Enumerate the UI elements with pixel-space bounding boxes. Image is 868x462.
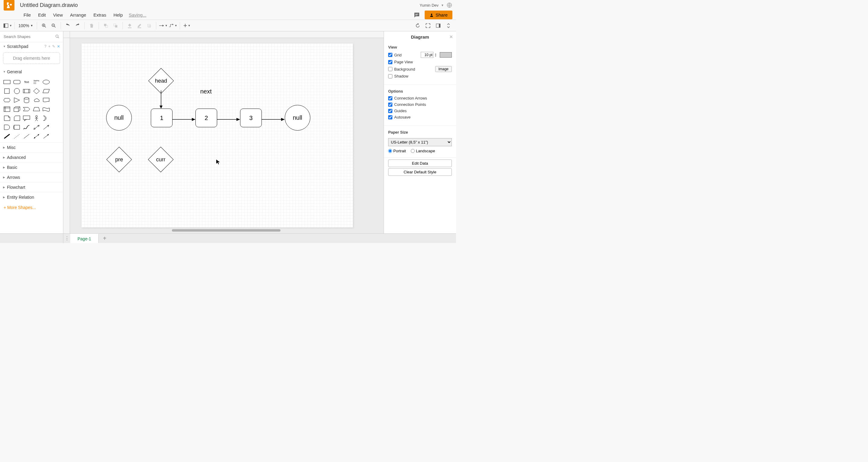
shape-text[interactable]: Text	[22, 78, 31, 86]
page-menu-button[interactable]: ⋮	[63, 234, 70, 243]
shadow-button[interactable]	[145, 21, 154, 30]
shape-blank5[interactable]	[52, 114, 61, 122]
shape-hexagon[interactable]	[2, 96, 11, 104]
node-1[interactable]: 1	[151, 109, 173, 127]
shape-diamond[interactable]	[32, 87, 41, 95]
add-page-button[interactable]: +	[99, 234, 111, 243]
insert-button[interactable]: +▼	[183, 21, 191, 30]
user-menu-caret-icon[interactable]: ▼	[441, 4, 444, 7]
shape-step[interactable]	[22, 105, 31, 113]
section-flowchart[interactable]: ▶Flowchart	[0, 182, 63, 192]
shape-diredge[interactable]	[42, 132, 51, 141]
shape-blank[interactable]	[52, 78, 61, 86]
shape-textbox[interactable]: Heading━━━━━━	[32, 78, 41, 86]
shape-link[interactable]	[2, 132, 11, 141]
node-curr[interactable]: curr	[152, 151, 170, 168]
line-color-button[interactable]	[135, 21, 144, 30]
menu-edit[interactable]: Edit	[34, 11, 50, 19]
guides-checkbox[interactable]	[388, 109, 392, 113]
shape-curve[interactable]	[22, 123, 31, 131]
shape-square[interactable]	[2, 87, 11, 95]
background-checkbox[interactable]	[388, 67, 392, 71]
node-pre[interactable]: pre	[110, 151, 128, 168]
redo-button[interactable]	[73, 21, 82, 30]
menu-file[interactable]: File	[20, 11, 34, 19]
zoom-out-button[interactable]	[49, 21, 58, 30]
share-button[interactable]: Share	[425, 10, 453, 19]
grid-size-input[interactable]	[421, 52, 433, 58]
arrow-3-to-null[interactable]	[262, 117, 285, 122]
shape-internal-storage[interactable]	[2, 105, 11, 113]
shape-circle[interactable]	[12, 87, 22, 95]
section-advanced[interactable]: ▶Advanced	[0, 152, 63, 162]
arrow-head-to-1[interactable]	[161, 90, 161, 109]
hscrollbar[interactable]	[88, 229, 378, 232]
search-input[interactable]	[2, 33, 61, 40]
shape-blank4[interactable]	[52, 105, 61, 113]
shape-blank3[interactable]	[52, 96, 61, 104]
node-2[interactable]: 2	[195, 109, 217, 127]
sidebar-toggle-button[interactable]: ▼	[3, 21, 12, 30]
format-panel-toggle-icon[interactable]	[434, 21, 443, 30]
menu-help[interactable]: Help	[110, 11, 126, 19]
collapse-icon[interactable]	[444, 21, 453, 30]
scratchpad-header[interactable]: ▼ Scratchpad ? + ✎ ✕	[0, 42, 63, 51]
conn-arrows-checkbox[interactable]	[388, 96, 392, 100]
portrait-radio[interactable]	[388, 149, 392, 153]
shape-tape[interactable]	[42, 105, 51, 113]
delete-button[interactable]	[87, 21, 96, 30]
shape-triangle[interactable]	[12, 96, 22, 104]
canvas[interactable]: head null 1 2 3	[63, 31, 384, 234]
step-down-icon[interactable]: ▼	[435, 55, 437, 57]
shape-dashed[interactable]	[12, 132, 22, 141]
zoom-in-button[interactable]	[39, 21, 49, 30]
background-image-button[interactable]: Image	[435, 66, 452, 72]
zoom-level[interactable]: 100%▼	[17, 22, 34, 29]
document-title[interactable]: Untitled Diagram.drawio	[20, 2, 78, 8]
node-head[interactable]: head	[152, 72, 170, 90]
shape-or[interactable]	[42, 114, 51, 122]
menu-arrange[interactable]: Arrange	[66, 11, 90, 19]
menu-extras[interactable]: Extras	[90, 11, 110, 19]
shape-cloud[interactable]	[32, 96, 41, 104]
add-icon[interactable]: +	[48, 44, 50, 49]
landscape-radio[interactable]	[411, 149, 415, 153]
shape-bidir[interactable]	[32, 132, 41, 141]
waypoint-button[interactable]: ▼	[168, 21, 177, 30]
shape-actor[interactable]	[32, 114, 41, 122]
label-next[interactable]: next	[200, 88, 212, 95]
step-up-icon[interactable]: ▲	[435, 53, 437, 55]
autosave-checkbox[interactable]	[388, 115, 392, 119]
shape-ellipse[interactable]	[42, 78, 51, 86]
shape-parallelogram[interactable]	[42, 87, 51, 95]
fullscreen-icon[interactable]	[424, 21, 433, 30]
user-name[interactable]: Yumin Dev	[420, 3, 438, 7]
shape-note[interactable]	[2, 114, 11, 122]
tab-page-1[interactable]: Page-1	[70, 234, 99, 243]
arrow-1-to-2[interactable]	[173, 117, 195, 122]
section-arrows[interactable]: ▶Arrows	[0, 172, 63, 182]
shape-cube[interactable]	[12, 105, 22, 113]
shape-trapezoid[interactable]	[32, 105, 41, 113]
node-null-right[interactable]: null	[285, 105, 310, 130]
general-header[interactable]: ▼ General	[0, 67, 63, 76]
shape-process[interactable]	[22, 87, 31, 95]
shape-blank2[interactable]	[52, 87, 61, 95]
shadow-checkbox[interactable]	[388, 74, 392, 79]
more-shapes-button[interactable]: + More Shapes...	[0, 202, 63, 213]
to-front-button[interactable]	[101, 21, 111, 30]
shape-card[interactable]	[12, 114, 22, 122]
menu-view[interactable]: View	[50, 11, 66, 19]
shape-rect[interactable]	[2, 78, 11, 86]
section-entity[interactable]: ▶Entity Relation	[0, 192, 63, 202]
section-basic[interactable]: ▶Basic	[0, 162, 63, 172]
conn-points-checkbox[interactable]	[388, 102, 392, 107]
edit-icon[interactable]: ✎	[52, 44, 55, 49]
close-icon[interactable]: ✕	[450, 34, 453, 39]
edit-data-button[interactable]: Edit Data	[388, 159, 452, 167]
arrow-2-to-3[interactable]	[217, 117, 240, 122]
shape-document[interactable]	[42, 96, 51, 104]
shape-and[interactable]	[2, 123, 11, 131]
app-logo[interactable]	[4, 0, 14, 10]
shape-rounded-rect[interactable]	[12, 78, 22, 86]
